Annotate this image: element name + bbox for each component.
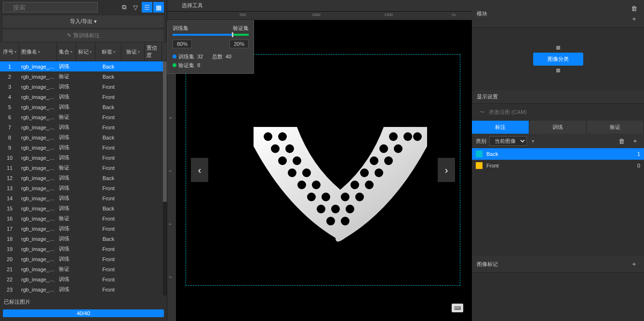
table-row[interactable]: 4rgb_image_00...训练Front [0, 92, 167, 102]
next-image-button[interactable]: › [438, 158, 455, 182]
list-view-icon[interactable]: ☰ [142, 2, 152, 13]
table-row[interactable]: 11rgb_image_00...验证Front [0, 163, 167, 173]
split-slider[interactable] [173, 34, 249, 36]
delete-class-icon[interactable]: 🗑 [616, 136, 627, 146]
image-frame: ‹ › [186, 54, 460, 286]
part-image [249, 122, 432, 248]
split-handle[interactable] [232, 32, 233, 37]
table-row[interactable]: 15rgb_image_00...训练Back [0, 203, 167, 213]
module-node-classification[interactable]: 图像分类 [533, 53, 583, 66]
svg-point-1 [278, 132, 287, 141]
class-row[interactable]: Front0 [472, 160, 644, 171]
col-verify[interactable]: 验证▾ [121, 42, 145, 61]
modules-title: 模块 [477, 10, 487, 17]
table-row[interactable]: 6rgb_image_00...验证Front [0, 112, 167, 122]
svg-point-9 [312, 181, 321, 189]
split-popup: 训练集 验证集 80% 20% 训练集 32 总数 40 验证集 8 [167, 20, 254, 74]
svg-point-0 [264, 132, 272, 141]
filter-icon[interactable]: ▽ [130, 2, 141, 13]
svg-point-10 [307, 193, 316, 201]
cam-toggle-row[interactable]: 〜 类激活图 (CAM) [472, 104, 644, 121]
col-confidence[interactable]: 置信度 [145, 42, 162, 61]
image-marks-body [472, 273, 644, 321]
table-row[interactable]: 12rgb_image_00...训练Back [0, 173, 167, 183]
node-input-handle[interactable] [556, 46, 560, 50]
table-row[interactable]: 14rgb_image_00...训练Front [0, 193, 167, 203]
train-pct-input[interactable]: 80% [173, 40, 192, 48]
tab-train[interactable]: 训练 [529, 121, 587, 134]
table-row[interactable]: 16rgb_image_00...验证Front [0, 213, 167, 223]
node-output-handle[interactable] [556, 69, 560, 72]
svg-point-6 [288, 168, 296, 177]
table-row[interactable]: 20rgb_image_00...训练Front [0, 254, 167, 264]
table-row[interactable]: 22rgb_image_00...训练Front [0, 274, 167, 284]
val-pct-input[interactable]: 20% [229, 40, 249, 48]
svg-point-2 [271, 144, 280, 153]
scrollbar-thumb[interactable] [163, 61, 167, 202]
tab-label[interactable]: 标注 [472, 121, 529, 134]
prev-image-button[interactable]: ‹ [191, 158, 208, 182]
search-input[interactable] [3, 2, 98, 13]
col-set[interactable]: 集合▾ [57, 42, 76, 61]
svg-point-14 [326, 217, 335, 225]
table-row[interactable]: 8rgb_image_00...训练Back [0, 132, 167, 142]
table-row[interactable]: 1rgb_image_00...训练Back [0, 61, 167, 71]
tabs-row: 标注 训练 验证 [472, 121, 644, 134]
svg-point-11 [322, 193, 330, 201]
table-row[interactable]: 7rgb_image_00...训练Front [0, 122, 167, 132]
scrollbar-track[interactable] [163, 61, 167, 295]
image-search-icon[interactable]: ⧉ [119, 2, 129, 13]
svg-point-7 [302, 168, 311, 177]
delete-module-icon[interactable]: 🗑 [629, 3, 639, 14]
svg-point-24 [370, 156, 378, 165]
add-class-icon[interactable]: ＋ [630, 136, 640, 146]
svg-point-25 [394, 144, 402, 153]
tab-verify[interactable]: 验证 [587, 121, 644, 134]
svg-point-20 [350, 181, 359, 189]
tool-header: 选择工具 [167, 0, 472, 12]
col-image-name[interactable]: 图像名▾ [19, 42, 57, 61]
table-header: 序号▾ 图像名▾ 集合▾ 标记▾ 标签▾ 验证▾ 置信度 [0, 42, 167, 61]
labeled-count-label: 已标注图片 [0, 295, 167, 308]
progress-wrap: 40/40 [0, 308, 167, 321]
add-module-icon[interactable]: ＋ [629, 14, 639, 24]
svg-point-17 [355, 193, 364, 201]
class-row[interactable]: Back1 [472, 148, 644, 160]
svg-point-13 [331, 205, 340, 213]
col-label[interactable]: 标签▾ [95, 42, 121, 61]
svg-point-3 [285, 144, 294, 153]
add-mark-icon[interactable]: ＋ [629, 259, 639, 269]
col-mark[interactable]: 标记▾ [76, 42, 95, 61]
svg-point-29 [413, 132, 422, 141]
table-row[interactable]: 2rgb_image_00...验证Back [0, 71, 167, 82]
dot-val-icon [173, 63, 176, 67]
svg-point-12 [317, 205, 325, 213]
table-row[interactable]: 18rgb_image_00...训练Back [0, 234, 167, 244]
category-select[interactable]: 当前图像 [489, 136, 527, 146]
wand-icon: ✎ [67, 32, 73, 38]
import-export-button[interactable]: 导入/导出 ▾ [3, 15, 164, 28]
category-row: 类别 当前图像 ▾ 🗑 ＋ [472, 134, 644, 148]
table-row[interactable]: 19rgb_image_00...训练Front [0, 244, 167, 254]
table-row[interactable]: 23rgb_image_00...训练Front [0, 284, 167, 294]
svg-point-21 [375, 168, 383, 177]
search-row: 🔍 ⧉ ▽ ☰ ▦ [0, 0, 167, 14]
image-marks-header: 图像标记 ＋ [472, 256, 644, 273]
table-row[interactable]: 9rgb_image_00...训练Front [0, 142, 167, 153]
table-row[interactable]: 21rgb_image_00...验证Front [0, 264, 167, 274]
svg-point-5 [293, 156, 301, 165]
class-swatch [476, 162, 483, 169]
table-row[interactable]: 24rgb_image_00...训练Back [0, 294, 167, 295]
col-index[interactable]: 序号▾ [0, 42, 19, 61]
svg-point-27 [403, 132, 412, 141]
table-row[interactable]: 10rgb_image_00...训练Front [0, 153, 167, 163]
keyboard-icon[interactable]: ⌨ [452, 304, 463, 312]
table-row[interactable]: 3rgb_image_00...训练Front [0, 82, 167, 92]
table-row[interactable]: 5rgb_image_00...训练Back [0, 102, 167, 112]
tool-header-label: 选择工具 [182, 2, 203, 9]
grid-view-icon[interactable]: ▦ [153, 2, 164, 13]
table-row[interactable]: 13rgb_image_00...训练Front [0, 183, 167, 193]
pretrain-button[interactable]: ✎ 预训练标注 [3, 29, 164, 42]
val-set-label: 验证集 [233, 25, 249, 32]
table-row[interactable]: 17rgb_image_00...训练Front [0, 223, 167, 234]
